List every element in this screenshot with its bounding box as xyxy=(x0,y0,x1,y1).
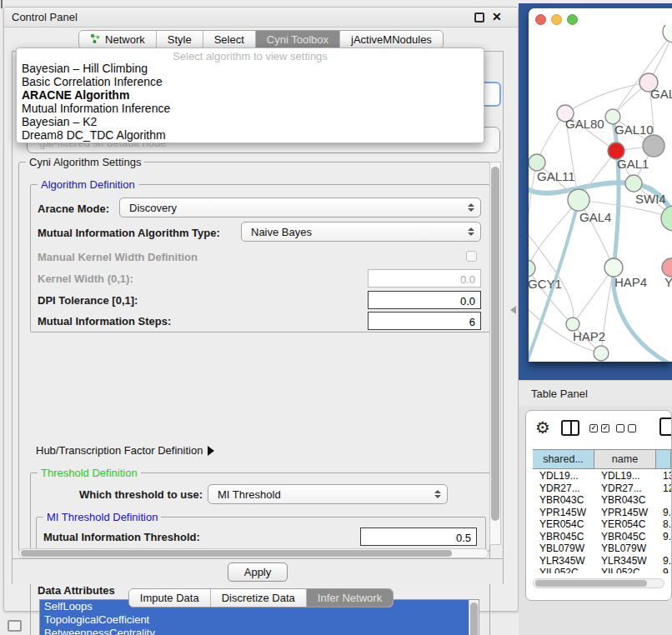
table-cell: YPR145W xyxy=(594,507,656,519)
column-header[interactable]: shared... xyxy=(533,450,594,468)
table-cell: YIL052C xyxy=(594,567,656,573)
checked-boxes-icon[interactable]: ✓✓ xyxy=(589,424,609,432)
node-label: HAP2 xyxy=(573,329,605,343)
dropdown-item[interactable]: ARACNE Algorithm xyxy=(17,88,484,102)
manual-kernel-checkbox[interactable] xyxy=(466,251,477,262)
network-desktop: GALGAL80GAL10GAL11GAL1SWI4GAL4GCY1HAP4YH… xyxy=(519,3,672,380)
settings-horizontal-scrollbar[interactable] xyxy=(18,548,489,558)
bottom-tab-impute-data[interactable]: Impute Data xyxy=(129,589,210,607)
network-node[interactable] xyxy=(643,135,664,157)
node-label: GAL10 xyxy=(614,122,654,137)
unchecked-boxes-icon[interactable] xyxy=(616,424,636,432)
combo-arrows-icon xyxy=(468,228,474,236)
table-body: YDL19...YDL19...13YDR27...YDR27...12YBR0… xyxy=(533,470,671,573)
table-cell: YDR27... xyxy=(533,482,594,495)
table-header-row: shared...name xyxy=(533,449,671,469)
aracne-mode-combo[interactable]: Discovery xyxy=(119,198,481,218)
which-threshold-combo[interactable]: MI Threshold xyxy=(208,484,448,504)
kernel-width-field[interactable] xyxy=(368,269,481,288)
table-row[interactable]: YBR043CYBR043C xyxy=(533,494,671,507)
dropdown-item[interactable]: Dream8 DC_TDC Algorithm xyxy=(17,128,484,142)
table-row[interactable]: YDL19...YDL19...13 xyxy=(533,470,671,482)
apply-button[interactable]: Apply xyxy=(228,562,288,582)
column-header[interactable]: name xyxy=(594,450,656,468)
network-icon xyxy=(90,33,101,47)
table-panel-title: Table Panel xyxy=(531,388,588,400)
network-node-labels: GALGAL80GAL10GAL11GAL1SWI4GAL4GCY1HAP4YH… xyxy=(529,87,672,343)
table-row[interactable]: YBR045CYBR045C9. xyxy=(533,531,671,543)
table-horizontal-scrollbar[interactable] xyxy=(533,578,664,588)
bottom-tab-discretize-data[interactable]: Discretize Data xyxy=(210,589,306,607)
float-window-icon[interactable] xyxy=(474,12,484,22)
tab-network[interactable]: Network xyxy=(79,31,156,48)
table-cell: YER054C xyxy=(533,518,594,531)
mi-type-value: Naive Bayes xyxy=(251,226,312,238)
network-canvas[interactable]: GALGAL80GAL10GAL11GAL1SWI4GAL4GCY1HAP4YH… xyxy=(529,25,672,362)
tab-style[interactable]: Style xyxy=(156,31,203,48)
hub-definition-expander[interactable]: Hub/Transcription Factor Definition xyxy=(36,444,214,457)
splitter-collapse-icon[interactable] xyxy=(510,306,516,314)
algorithm-definition-group: Algorithm Definition Aracne Mode: Discov… xyxy=(30,184,490,332)
table-cell: YBR045C xyxy=(594,531,656,543)
close-icon[interactable]: ✕ xyxy=(492,10,502,23)
scrollbar-thumb[interactable] xyxy=(21,550,452,557)
scrollbar-thumb[interactable] xyxy=(535,580,647,587)
tab-select[interactable]: Select xyxy=(203,31,255,48)
dropdown-item[interactable]: Bayesian – Hill Climbing xyxy=(17,62,484,75)
control-panel-title: Control Panel xyxy=(12,11,78,23)
bottom-tab-label: Discretize Data xyxy=(222,592,295,604)
network-node[interactable] xyxy=(529,154,545,171)
network-node[interactable] xyxy=(594,346,609,361)
column-header[interactable] xyxy=(656,450,671,468)
table-row[interactable]: YPR145WYPR145W9. xyxy=(533,507,671,519)
dropdown-item[interactable]: Mutual Information Inference xyxy=(17,102,484,115)
mi-type-combo[interactable]: Naive Bayes xyxy=(241,222,481,242)
table-cell xyxy=(656,494,671,507)
network-node[interactable] xyxy=(661,206,672,231)
mi-threshold-label: Mutual Information Threshold: xyxy=(43,531,200,543)
close-traffic-light-icon[interactable] xyxy=(535,14,546,25)
node-label: GAL xyxy=(650,87,672,101)
zoom-traffic-light-icon[interactable] xyxy=(567,14,578,25)
table-row[interactable]: YLR345WYLR345W9. xyxy=(533,555,671,568)
settings-vertical-scrollbar[interactable] xyxy=(489,162,501,545)
network-node[interactable] xyxy=(662,258,672,277)
table-row[interactable]: YDR27...YDR27...12 xyxy=(533,482,671,495)
bottom-tab-infer-network[interactable]: Infer Network xyxy=(306,589,393,607)
dpi-tolerance-field[interactable] xyxy=(368,291,481,309)
table-row[interactable]: YIL052CYIL052C9. xyxy=(533,567,671,573)
dropdown-item[interactable]: Bayesian – K2 xyxy=(17,115,484,128)
minimized-panel-icon[interactable] xyxy=(8,620,22,632)
network-node[interactable] xyxy=(568,189,589,211)
minimize-traffic-light-icon[interactable] xyxy=(551,14,562,25)
table-cell: YIL052C xyxy=(533,567,594,573)
tab-cyni-toolbox[interactable]: Cyni Toolbox xyxy=(255,31,339,48)
network-node[interactable] xyxy=(625,175,642,192)
table-row[interactable]: YER054CYER054C8. xyxy=(533,518,671,531)
kernel-width-label: Kernel Width (0,1): xyxy=(38,272,133,285)
algorithm-dropdown-popup: Select algorithm to view settings Bayesi… xyxy=(16,48,484,143)
network-node[interactable] xyxy=(529,260,535,277)
network-node[interactable] xyxy=(663,25,672,42)
table-cell: 9. xyxy=(656,531,671,543)
gear-icon[interactable]: ⚙ xyxy=(535,418,550,438)
attribute-list-item[interactable]: TopologicalCoefficient xyxy=(40,613,479,627)
attribute-list-item[interactable]: BetweennessCentrality xyxy=(40,627,479,635)
columns-icon[interactable] xyxy=(561,420,579,436)
network-node[interactable] xyxy=(604,258,623,277)
tab-jactivemnodules[interactable]: jActiveMNodules xyxy=(339,31,443,48)
mi-threshold-definition-title: MI Threshold Definition xyxy=(43,511,161,523)
scrollbar-thumb[interactable] xyxy=(491,167,499,521)
tab-label: Network xyxy=(105,33,145,46)
mi-threshold-field[interactable] xyxy=(360,528,477,546)
table-cell: YBR043C xyxy=(594,494,656,507)
table-cell: YDL19... xyxy=(533,470,594,482)
network-window[interactable]: GALGAL80GAL10GAL11GAL1SWI4GAL4GCY1HAP4YH… xyxy=(529,8,672,362)
dropdown-item[interactable]: Basic Correlation Inference xyxy=(17,75,484,88)
table-row[interactable]: YBL079WYBL079W xyxy=(533,542,671,555)
mi-type-label: Mutual Information Algorithm Type: xyxy=(38,227,220,239)
clipped-icon[interactable] xyxy=(659,418,672,436)
application-root: Control Panel ✕ NetworkStyleSelectCyni T… xyxy=(0,0,672,635)
table-panel-area: ⚙ ✓✓ shared...name YDL19...YDL19...13YDR… xyxy=(519,406,672,635)
mi-steps-field[interactable] xyxy=(368,312,481,330)
